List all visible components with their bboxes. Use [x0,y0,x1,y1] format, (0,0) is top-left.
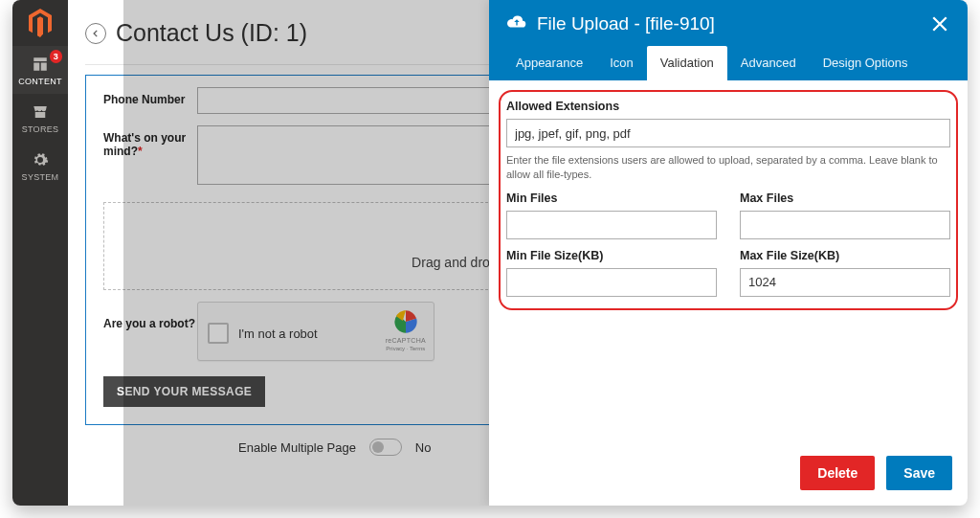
modal-body: Allowed Extensions Enter the file extens… [489,80,968,444]
close-icon[interactable] [929,13,950,34]
min-size-input[interactable] [506,268,717,297]
sidebar-item-label: SYSTEM [22,172,59,182]
svg-rect-2 [41,63,47,71]
max-size-input[interactable] [740,268,950,297]
cloud-upload-icon [506,13,527,34]
min-files-input[interactable] [506,211,717,239]
allowed-ext-input[interactable] [506,119,950,147]
max-files-label: Max Files [740,191,950,205]
svg-rect-3 [35,112,46,118]
svg-rect-1 [33,63,39,71]
min-files-label: Min Files [506,191,717,205]
tab-icon[interactable]: Icon [596,46,647,80]
delete-button[interactable]: Delete [800,456,875,490]
sidebar-item-label: STORES [22,124,59,134]
file-upload-modal: File Upload - [file-910] Appearance Icon… [489,0,968,506]
modal-title: File Upload - [file-910] [537,13,920,34]
sidebar-item-stores[interactable]: STORES [12,94,68,142]
min-size-label: Min File Size(KB) [506,249,717,262]
notification-badge: 3 [50,50,62,63]
tab-design-options[interactable]: Design Options [810,46,922,80]
sidebar-item-content[interactable]: CONTENT 3 [12,46,68,94]
magento-logo[interactable] [12,0,68,46]
tab-appearance[interactable]: Appearance [502,46,596,80]
svg-rect-0 [33,57,47,61]
sidebar-item-system[interactable]: SYSTEM [12,142,68,190]
admin-sidebar: CONTENT 3 STORES SYSTEM [12,0,68,506]
save-button[interactable]: Save [886,456,952,490]
max-size-label: Max File Size(KB) [740,249,950,262]
modal-tabs: Appearance Icon Validation Advanced Desi… [489,46,968,80]
max-files-input[interactable] [740,211,950,239]
allowed-ext-help: Enter the file extensions users are allo… [506,153,950,182]
modal-header: File Upload - [file-910] Appearance Icon… [489,0,968,80]
modal-footer: Delete Save [489,444,968,506]
back-button[interactable] [85,23,106,44]
sidebar-item-label: CONTENT [18,77,62,86]
tab-advanced[interactable]: Advanced [727,46,810,80]
allowed-ext-label: Allowed Extensions [506,100,950,113]
tab-validation[interactable]: Validation [647,46,727,80]
